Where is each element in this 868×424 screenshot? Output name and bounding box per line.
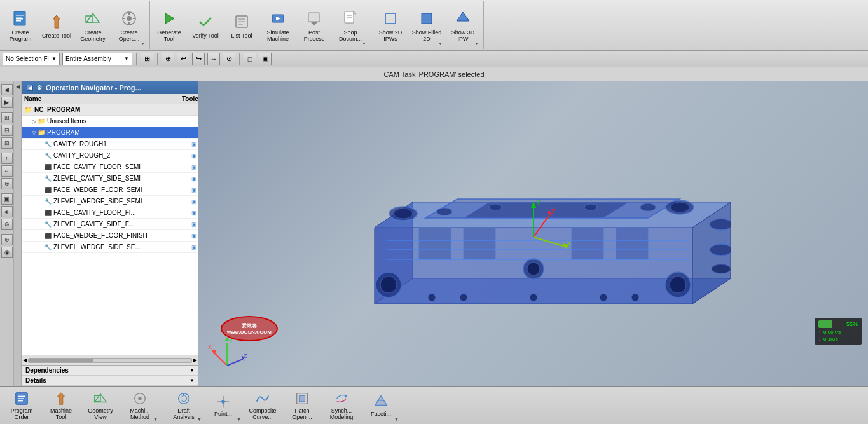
- snap-btn[interactable]: ⊕: [162, 53, 174, 65]
- point-button[interactable]: Point... ▼: [204, 388, 242, 423]
- assembly-dropdown[interactable]: Entire Assembly ▼: [62, 53, 132, 65]
- show-2d-ipws-button[interactable]: Show 2D IPWs: [373, 3, 408, 48]
- side-icon-9[interactable]: ▣: [1, 193, 13, 205]
- details-arrow: ▼: [189, 378, 195, 383]
- tree-row-zlevel-wedge-side-semi[interactable]: 🔧 ZLEVEL_WEDGE_SIDE_SEMI ▣: [22, 196, 198, 207]
- side-icon-13[interactable]: ◉: [1, 247, 13, 258]
- composite-curve-button[interactable]: CompositeCurve...: [244, 388, 282, 423]
- frame-btn[interactable]: □: [244, 53, 256, 65]
- machine-tool-button[interactable]: MachineTool: [42, 388, 80, 423]
- show-filled-2d-arrow: ▼: [438, 41, 443, 46]
- nav-columns: Name Toolc: [22, 94, 198, 104]
- draft-analysis-label: DraftAnalysis: [173, 408, 195, 421]
- side-icon-5[interactable]: ⊡: [1, 137, 13, 149]
- tree-row-program[interactable]: ▽ 📁 PROGRAM: [22, 127, 198, 139]
- create-operation-label: Create Opera...: [113, 30, 145, 43]
- machining-method-button[interactable]: Machi...Method ▼: [121, 388, 159, 423]
- side-icon-2[interactable]: ▶: [1, 97, 13, 108]
- synch-modeling-icon: [333, 390, 350, 407]
- svg-point-55: [428, 294, 436, 301]
- scroll-track[interactable]: [28, 358, 192, 363]
- show-filled-2d-label: Show Filled 2D: [411, 30, 443, 43]
- post-process-button[interactable]: Post Process: [296, 3, 332, 48]
- tree-row-cavity-rough1[interactable]: 🔧 CAVITY_ROUGH1 ▣: [22, 139, 198, 150]
- nav-col-toolc: Toolc: [179, 94, 198, 104]
- side-icon-10[interactable]: ◈: [1, 206, 13, 217]
- create-program-button[interactable]: Create Program: [3, 3, 38, 48]
- machining-method-label: Machi...Method: [130, 408, 150, 421]
- simulate-machine-button[interactable]: Simulate Machine: [260, 3, 296, 48]
- show-filled-2d-button[interactable]: Show Filled 2D ▼: [409, 3, 444, 48]
- scroll-right-arrow[interactable]: ▶: [193, 357, 197, 363]
- zwss-status: ▣: [189, 197, 198, 206]
- side-icon-1[interactable]: ◀: [1, 84, 13, 95]
- machine-tool-label: MachineTool: [50, 408, 72, 421]
- scroll-left-arrow[interactable]: ◀: [23, 357, 27, 363]
- status-message: CAM Task 'PROGRAM' selected: [383, 71, 484, 78]
- svg-point-50: [527, 263, 540, 275]
- tree-row-cavity-rough2[interactable]: 🔧 CAVITY_ROUGH_2 ▣: [22, 150, 198, 161]
- create-operation-button[interactable]: Create Opera... ▼: [111, 3, 147, 48]
- list-tool-button[interactable]: List Tool: [224, 3, 259, 48]
- svg-rect-28: [422, 13, 432, 24]
- side-icon-12[interactable]: ⊛: [1, 234, 13, 245]
- dependencies-arrow: ▼: [189, 367, 195, 373]
- create-tool-button[interactable]: Create Tool: [39, 3, 74, 48]
- generate-tool-button[interactable]: Generate Tool: [151, 3, 187, 48]
- svg-point-40: [670, 202, 689, 212]
- side-icon-4[interactable]: ⊟: [1, 125, 13, 136]
- composite-curve-label: CompositeCurve...: [249, 408, 276, 421]
- create-group: Create Program Create Tool Create Geomet…: [3, 1, 150, 49]
- side-icon-3[interactable]: ⊞: [1, 112, 13, 123]
- side-icon-7[interactable]: ↔: [1, 165, 13, 177]
- list-tool-icon: [231, 11, 252, 32]
- redo-btn[interactable]: ↪: [192, 53, 205, 65]
- selection-dropdown-arrow: ▼: [52, 56, 57, 62]
- create-geometry-button[interactable]: Create Geometry: [75, 3, 111, 48]
- show-3d-ipw-arrow: ▼: [474, 41, 479, 46]
- patch-opening-button[interactable]: PatchOpeni...: [283, 388, 321, 423]
- faceting-button[interactable]: Faceti... ▼: [362, 388, 400, 423]
- cr2-status: ▣: [189, 151, 198, 160]
- tree-row-zlevel-cavity-side-semi[interactable]: 🔧 ZLEVEL_CAVITY_SIDE_SEMI ▣: [22, 173, 198, 184]
- machining-method-arrow: ▼: [153, 417, 158, 421]
- shop-document-icon: [340, 8, 361, 29]
- show-3d-ipw-button[interactable]: Show 3D IPW ▼: [445, 3, 481, 48]
- show-filled-2d-icon: [417, 8, 437, 29]
- geometry-view-button[interactable]: GeometryView: [81, 388, 120, 423]
- measure-btn[interactable]: ↔: [207, 53, 220, 65]
- side-icon-6[interactable]: ↕: [1, 153, 13, 164]
- tree-row-face-wedge-floor-semi[interactable]: ⬛ FACE_WEDGE_FLOOR_SEMI ▣: [22, 184, 198, 196]
- zwse-status: ▣: [189, 243, 198, 252]
- tree-row-face-cavity-floor-fi[interactable]: ⬛ FACE_CAVITY_FLOOR_FI... ▣: [22, 207, 198, 219]
- tree-row-face-wedge-floor-finish[interactable]: ⬛ FACE_WEDGE_FLOOR_FINISH ▣: [22, 230, 198, 242]
- nav-collapse-column[interactable]: ◀: [14, 81, 22, 386]
- side-icon-11[interactable]: ⊚: [1, 219, 13, 230]
- camera-btn[interactable]: ▣: [259, 53, 272, 65]
- view-option-btn[interactable]: ⊙: [223, 53, 235, 65]
- program-order-button[interactable]: ProgramOrder: [3, 388, 41, 423]
- svg-marker-101: [345, 395, 348, 399]
- shop-document-button[interactable]: Shop Docum... ▼: [333, 3, 368, 48]
- nav-collapse-btn[interactable]: ◀: [27, 85, 33, 91]
- tree-row-unused-items[interactable]: ▷ 📁 Unused Items: [22, 116, 198, 127]
- zwss-op-icon: 🔧: [43, 197, 52, 206]
- verify-tool-button[interactable]: Verify Tool: [188, 3, 223, 48]
- create-tool-icon: [46, 11, 67, 32]
- svg-text:X: X: [567, 240, 571, 247]
- tree-row-face-cavity-floor-semi[interactable]: ⬛ FACE_CAVITY_FLOOR_SEMI ▣: [22, 161, 198, 173]
- viewport[interactable]: Y Z X X: [198, 81, 868, 386]
- cr1-label: CAVITY_ROUGH1: [53, 140, 189, 147]
- draft-analysis-button[interactable]: DraftAnalysis ▼: [165, 388, 203, 423]
- selection-dropdown[interactable]: No Selection Fi ▼: [3, 53, 60, 65]
- side-icon-8[interactable]: ⊗: [1, 178, 13, 189]
- filter-btn[interactable]: ⊞: [141, 53, 153, 65]
- details-section[interactable]: Details ▼: [22, 376, 198, 386]
- undo-btn[interactable]: ↩: [177, 53, 189, 65]
- left-sidebar-icons: ◀ ▶ ⊞ ⊟ ⊡ ↕ ↔ ⊗ ▣ ◈ ⊚ ⊛ ◉: [0, 81, 14, 386]
- sec-sep-3: [239, 53, 240, 65]
- synch-modeling-button[interactable]: Synch...Modeling: [322, 388, 361, 423]
- tree-row-zlevel-wedge-side-se[interactable]: 🔧 ZLEVEL_WEDGE_SIDE_SE... ▣: [22, 242, 198, 253]
- dependencies-section[interactable]: Dependencies ▼: [22, 366, 198, 376]
- tree-row-zlevel-cavity-side-f[interactable]: 🔧 ZLEVEL_CAVITY_SIDE_F... ▣: [22, 219, 198, 230]
